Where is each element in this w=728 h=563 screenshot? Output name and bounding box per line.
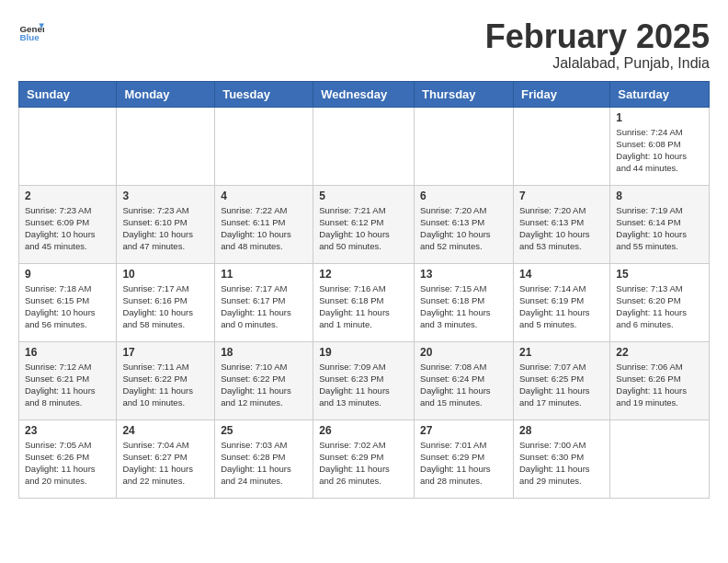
day-info: Sunrise: 7:11 AM Sunset: 6:22 PM Dayligh…	[122, 361, 209, 409]
day-header-tuesday: Tuesday	[215, 81, 313, 107]
day-number: 21	[519, 346, 604, 359]
day-number: 9	[25, 268, 110, 281]
calendar-cell: 13Sunrise: 7:15 AM Sunset: 6:18 PM Dayli…	[415, 263, 514, 341]
day-info: Sunrise: 7:04 AM Sunset: 6:27 PM Dayligh…	[122, 439, 209, 488]
day-info: Sunrise: 7:18 AM Sunset: 6:15 PM Dayligh…	[25, 282, 110, 331]
title-section: February 2025 Jalalabad, Punjab, India	[485, 18, 710, 72]
day-number: 17	[122, 346, 209, 359]
month-title: February 2025	[485, 18, 710, 55]
calendar-cell: 18Sunrise: 7:10 AM Sunset: 6:22 PM Dayli…	[215, 341, 313, 419]
day-info: Sunrise: 7:16 AM Sunset: 6:18 PM Dayligh…	[319, 282, 408, 331]
calendar-cell: 14Sunrise: 7:14 AM Sunset: 6:19 PM Dayli…	[513, 263, 609, 341]
calendar-cell: 22Sunrise: 7:06 AM Sunset: 6:26 PM Dayli…	[610, 341, 710, 419]
day-info: Sunrise: 7:00 AM Sunset: 6:30 PM Dayligh…	[519, 439, 604, 488]
calendar-cell: 15Sunrise: 7:13 AM Sunset: 6:20 PM Dayli…	[610, 263, 710, 341]
calendar-cell	[513, 107, 609, 185]
day-number: 7	[519, 190, 604, 202]
day-number: 14	[519, 268, 604, 281]
calendar-cell: 10Sunrise: 7:17 AM Sunset: 6:16 PM Dayli…	[117, 263, 215, 341]
day-number: 24	[122, 424, 209, 437]
day-number: 1	[616, 111, 703, 124]
week-row-3: 9Sunrise: 7:18 AM Sunset: 6:15 PM Daylig…	[19, 263, 710, 341]
calendar-cell: 25Sunrise: 7:03 AM Sunset: 6:28 PM Dayli…	[215, 419, 313, 498]
calendar-cell	[215, 107, 313, 185]
day-info: Sunrise: 7:01 AM Sunset: 6:29 PM Dayligh…	[420, 439, 507, 488]
calendar-cell	[415, 107, 514, 185]
day-number: 26	[319, 424, 408, 437]
day-header-saturday: Saturday	[610, 81, 710, 107]
day-header-monday: Monday	[117, 81, 215, 107]
day-info: Sunrise: 7:03 AM Sunset: 6:28 PM Dayligh…	[221, 439, 307, 488]
day-info: Sunrise: 7:05 AM Sunset: 6:26 PM Dayligh…	[25, 439, 110, 488]
calendar-cell: 20Sunrise: 7:08 AM Sunset: 6:24 PM Dayli…	[415, 341, 514, 419]
calendar-cell: 27Sunrise: 7:01 AM Sunset: 6:29 PM Dayli…	[415, 419, 514, 498]
week-row-5: 23Sunrise: 7:05 AM Sunset: 6:26 PM Dayli…	[19, 419, 710, 498]
day-info: Sunrise: 7:24 AM Sunset: 6:08 PM Dayligh…	[616, 126, 703, 175]
week-row-4: 16Sunrise: 7:12 AM Sunset: 6:21 PM Dayli…	[19, 341, 710, 419]
day-info: Sunrise: 7:10 AM Sunset: 6:22 PM Dayligh…	[221, 361, 307, 409]
day-header-sunday: Sunday	[19, 81, 117, 107]
day-info: Sunrise: 7:15 AM Sunset: 6:18 PM Dayligh…	[420, 282, 507, 331]
calendar-cell: 21Sunrise: 7:07 AM Sunset: 6:25 PM Dayli…	[513, 341, 609, 419]
day-info: Sunrise: 7:20 AM Sunset: 6:13 PM Dayligh…	[519, 204, 604, 253]
svg-text:Blue: Blue	[19, 32, 40, 42]
calendar-cell: 16Sunrise: 7:12 AM Sunset: 6:21 PM Dayli…	[19, 341, 117, 419]
day-number: 5	[319, 190, 408, 202]
day-info: Sunrise: 7:20 AM Sunset: 6:13 PM Dayligh…	[420, 204, 507, 253]
day-info: Sunrise: 7:07 AM Sunset: 6:25 PM Dayligh…	[519, 361, 604, 409]
calendar-cell: 12Sunrise: 7:16 AM Sunset: 6:18 PM Dayli…	[313, 263, 415, 341]
calendar-cell: 9Sunrise: 7:18 AM Sunset: 6:15 PM Daylig…	[19, 263, 117, 341]
week-row-2: 2Sunrise: 7:23 AM Sunset: 6:09 PM Daylig…	[19, 185, 710, 263]
day-number: 18	[221, 346, 307, 359]
day-number: 2	[25, 190, 110, 202]
week-row-1: 1Sunrise: 7:24 AM Sunset: 6:08 PM Daylig…	[19, 107, 710, 185]
calendar-cell: 7Sunrise: 7:20 AM Sunset: 6:13 PM Daylig…	[513, 185, 609, 263]
day-number: 22	[616, 346, 703, 359]
calendar-cell: 1Sunrise: 7:24 AM Sunset: 6:08 PM Daylig…	[610, 107, 710, 185]
day-number: 3	[122, 190, 209, 202]
day-number: 12	[319, 268, 408, 281]
day-number: 28	[519, 424, 604, 437]
calendar-cell: 26Sunrise: 7:02 AM Sunset: 6:29 PM Dayli…	[313, 419, 415, 498]
calendar-cell: 17Sunrise: 7:11 AM Sunset: 6:22 PM Dayli…	[117, 341, 215, 419]
day-info: Sunrise: 7:13 AM Sunset: 6:20 PM Dayligh…	[616, 282, 703, 331]
day-header-wednesday: Wednesday	[313, 81, 415, 107]
day-info: Sunrise: 7:08 AM Sunset: 6:24 PM Dayligh…	[420, 361, 507, 409]
calendar-cell: 24Sunrise: 7:04 AM Sunset: 6:27 PM Dayli…	[117, 419, 215, 498]
location-title: Jalalabad, Punjab, India	[485, 55, 710, 72]
day-header-thursday: Thursday	[415, 81, 514, 107]
calendar-cell: 28Sunrise: 7:00 AM Sunset: 6:30 PM Dayli…	[513, 419, 609, 498]
day-number: 16	[25, 346, 110, 359]
calendar-table: SundayMondayTuesdayWednesdayThursdayFrid…	[18, 81, 710, 499]
day-number: 11	[221, 268, 307, 281]
calendar-cell: 8Sunrise: 7:19 AM Sunset: 6:14 PM Daylig…	[610, 185, 710, 263]
logo-icon: General Blue	[18, 18, 44, 44]
day-info: Sunrise: 7:17 AM Sunset: 6:16 PM Dayligh…	[122, 282, 209, 331]
day-number: 10	[122, 268, 209, 281]
day-header-row: SundayMondayTuesdayWednesdayThursdayFrid…	[19, 81, 710, 107]
day-number: 19	[319, 346, 408, 359]
day-number: 15	[616, 268, 703, 281]
day-header-friday: Friday	[513, 81, 609, 107]
day-info: Sunrise: 7:22 AM Sunset: 6:11 PM Dayligh…	[221, 204, 307, 253]
day-number: 4	[221, 190, 307, 202]
day-info: Sunrise: 7:19 AM Sunset: 6:14 PM Dayligh…	[616, 204, 703, 253]
calendar-cell	[610, 419, 710, 498]
day-info: Sunrise: 7:17 AM Sunset: 6:17 PM Dayligh…	[221, 282, 307, 331]
calendar-cell: 6Sunrise: 7:20 AM Sunset: 6:13 PM Daylig…	[415, 185, 514, 263]
calendar-cell: 23Sunrise: 7:05 AM Sunset: 6:26 PM Dayli…	[19, 419, 117, 498]
day-info: Sunrise: 7:14 AM Sunset: 6:19 PM Dayligh…	[519, 282, 604, 331]
day-info: Sunrise: 7:02 AM Sunset: 6:29 PM Dayligh…	[319, 439, 408, 488]
day-info: Sunrise: 7:06 AM Sunset: 6:26 PM Dayligh…	[616, 361, 703, 409]
day-info: Sunrise: 7:21 AM Sunset: 6:12 PM Dayligh…	[319, 204, 408, 253]
calendar-cell: 4Sunrise: 7:22 AM Sunset: 6:11 PM Daylig…	[215, 185, 313, 263]
calendar-cell: 19Sunrise: 7:09 AM Sunset: 6:23 PM Dayli…	[313, 341, 415, 419]
calendar-cell: 2Sunrise: 7:23 AM Sunset: 6:09 PM Daylig…	[19, 185, 117, 263]
day-info: Sunrise: 7:09 AM Sunset: 6:23 PM Dayligh…	[319, 361, 408, 409]
header: General Blue February 2025 Jalalabad, Pu…	[18, 18, 710, 72]
calendar-cell: 5Sunrise: 7:21 AM Sunset: 6:12 PM Daylig…	[313, 185, 415, 263]
calendar-cell	[19, 107, 117, 185]
day-info: Sunrise: 7:23 AM Sunset: 6:10 PM Dayligh…	[122, 204, 209, 253]
day-info: Sunrise: 7:12 AM Sunset: 6:21 PM Dayligh…	[25, 361, 110, 409]
calendar-cell	[117, 107, 215, 185]
